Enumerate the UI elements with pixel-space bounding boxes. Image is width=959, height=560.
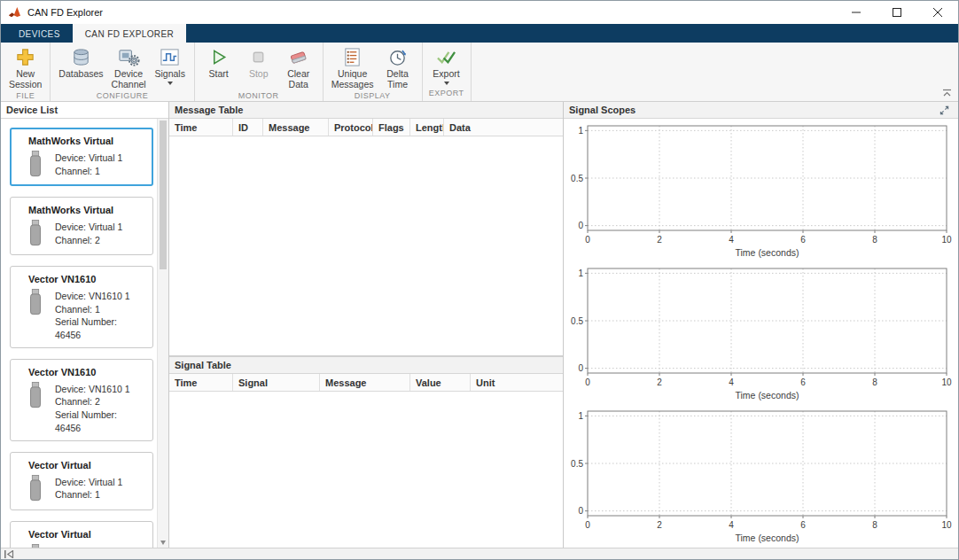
column-header-signal: Signal: [233, 374, 320, 391]
close-button[interactable]: [917, 1, 958, 24]
column-header-length: Length: [410, 119, 444, 136]
section-label-file: FILE: [1, 91, 50, 102]
delta-time-button[interactable]: Delta Time: [379, 45, 417, 91]
svg-text:0.5: 0.5: [571, 174, 583, 183]
usb-device-icon: [27, 288, 44, 318]
message-table-title: Message Table: [169, 102, 563, 119]
device-list-scrollbar[interactable]: [157, 119, 168, 548]
stop-icon: [249, 46, 268, 68]
svg-text:4: 4: [729, 235, 734, 245]
device-name: Vector Virtual: [28, 529, 145, 540]
usb-device-icon: [27, 474, 44, 504]
signals-button[interactable]: Signals: [152, 45, 189, 86]
device-details: Device: VN1610 1 Channel: 1 Serial Numbe…: [55, 288, 145, 342]
databases-button[interactable]: Databases: [56, 45, 105, 81]
toolstrip-section-display: Unique Messages Delta Time DISPLAY: [324, 43, 423, 101]
unique-messages-button[interactable]: Unique Messages: [329, 45, 377, 91]
signal-table-title: Signal Table: [169, 357, 563, 374]
window-controls: [836, 1, 958, 24]
svg-text:8: 8: [872, 377, 877, 387]
device-list-panel: Device List MathWorks Virtual Device: Vi…: [1, 102, 169, 548]
statusbar: [1, 548, 958, 559]
svg-text:Time (seconds): Time (seconds): [736, 247, 799, 258]
minimize-button[interactable]: [836, 1, 877, 24]
section-label-configure: CONFIGURE: [51, 91, 193, 102]
maximize-button[interactable]: [877, 1, 917, 24]
device-card-mathworks-virtual-1[interactable]: MathWorks Virtual Device: Virtual 1 Chan…: [10, 128, 153, 186]
clear-data-label: Clear Data: [287, 69, 309, 90]
export-icon: [435, 46, 457, 68]
signal-table-panel: Signal Table Time Signal Message Value U…: [169, 357, 563, 548]
device-list-title: Device List: [1, 102, 168, 119]
main-content: Device List MathWorks Virtual Device: Vi…: [1, 102, 958, 548]
signals-dropdown-icon: [168, 82, 173, 85]
scrollbar-down-arrow-icon[interactable]: [160, 541, 166, 545]
delta-time-icon: [387, 46, 408, 68]
device-card-vector-vn1610-2[interactable]: Vector VN1610 Device: VN1610 1 Channel: …: [10, 359, 153, 441]
stop-label: Stop: [249, 69, 269, 80]
column-header-protocol: Protocol: [329, 119, 373, 136]
device-card-vector-virtual-1[interactable]: Vector Virtual Device: Virtual 1 Channel…: [10, 452, 153, 510]
clear-data-button[interactable]: Clear Data: [280, 45, 317, 91]
expand-scopes-icon[interactable]: [940, 105, 949, 115]
svg-text:0: 0: [578, 221, 583, 230]
svg-text:10: 10: [941, 377, 952, 387]
svg-text:4: 4: [729, 520, 734, 530]
device-card-vector-vn1610-1[interactable]: Vector VN1610 Device: VN1610 1 Channel: …: [10, 266, 153, 348]
section-label-export: EXPORT: [423, 89, 471, 101]
device-details: Device: VN1610 1 Channel: 2 Serial Numbe…: [55, 381, 145, 435]
message-table-panel: Message Table Time ID Message Protocol F…: [169, 102, 563, 357]
device-cards: MathWorks Virtual Device: Virtual 1 Chan…: [1, 119, 157, 548]
databases-icon: [71, 46, 91, 68]
svg-text:Time (seconds): Time (seconds): [736, 533, 799, 543]
titlebar: CAN FD Explorer: [1, 1, 958, 24]
usb-device-icon: [27, 219, 44, 249]
device-details: Device: Virtual 1 Channel: 2: [55, 219, 122, 246]
unique-messages-icon: [342, 46, 363, 68]
column-header-data: Data: [444, 119, 563, 136]
toolstrip-section-monitor: Start Stop Clear Data MONITOR: [195, 43, 324, 101]
device-name: MathWorks Virtual: [28, 205, 145, 215]
tab-can-fd-explorer[interactable]: CAN FD EXPLORER: [73, 24, 186, 43]
device-channel-label: Device Channel: [112, 69, 146, 90]
usb-device-icon: [27, 381, 44, 411]
message-table-body: [169, 136, 563, 355]
device-name: Vector VN1610: [28, 274, 145, 284]
device-details: Device: Virtual 1 Channel: 1: [55, 150, 122, 177]
start-button[interactable]: Start: [200, 45, 238, 81]
device-name: Vector VN1610: [28, 367, 145, 377]
collapse-left-panel-icon[interactable]: [4, 550, 15, 558]
export-dropdown-icon: [444, 82, 449, 85]
signal-scope-2: 024681000.51Time (seconds): [564, 261, 958, 404]
column-header-message: Message: [320, 374, 410, 391]
column-header-id: ID: [233, 119, 263, 136]
device-channel-icon: [118, 46, 140, 68]
device-card-vector-virtual-2[interactable]: Vector Virtual Device: Virtual 1 Channel…: [10, 521, 153, 548]
svg-text:0: 0: [585, 235, 590, 245]
svg-text:8: 8: [872, 520, 877, 530]
svg-text:1: 1: [578, 126, 583, 136]
svg-text:2: 2: [657, 377, 662, 387]
svg-text:0.5: 0.5: [571, 459, 583, 469]
new-session-button[interactable]: New Session: [6, 45, 44, 91]
svg-text:0: 0: [585, 520, 590, 530]
scrollbar-thumb[interactable]: [160, 121, 167, 269]
export-button[interactable]: Export: [428, 45, 465, 86]
stop-button[interactable]: Stop: [240, 45, 277, 81]
signals-icon: [160, 46, 180, 68]
tab-devices[interactable]: DEVICES: [6, 24, 73, 43]
signal-table-header: Time Signal Message Value Unit: [169, 374, 563, 392]
matlab-logo-icon: [8, 6, 21, 19]
svg-text:0.5: 0.5: [571, 316, 583, 326]
start-label: Start: [209, 69, 229, 80]
device-card-mathworks-virtual-2[interactable]: MathWorks Virtual Device: Virtual 1 Chan…: [10, 197, 153, 255]
svg-text:8: 8: [872, 235, 877, 245]
signal-scopes-title: Signal Scopes: [569, 102, 635, 118]
collapse-toolstrip-icon[interactable]: [942, 88, 952, 98]
svg-text:0: 0: [585, 377, 590, 387]
device-name: MathWorks Virtual: [28, 136, 145, 146]
toolstrip-section-file: New Session FILE: [1, 43, 51, 101]
app-window: CAN FD Explorer DEVICES CAN FD EXPLORER: [0, 0, 959, 560]
device-channel-button[interactable]: Device Channel: [109, 45, 149, 91]
svg-text:2: 2: [657, 520, 662, 530]
